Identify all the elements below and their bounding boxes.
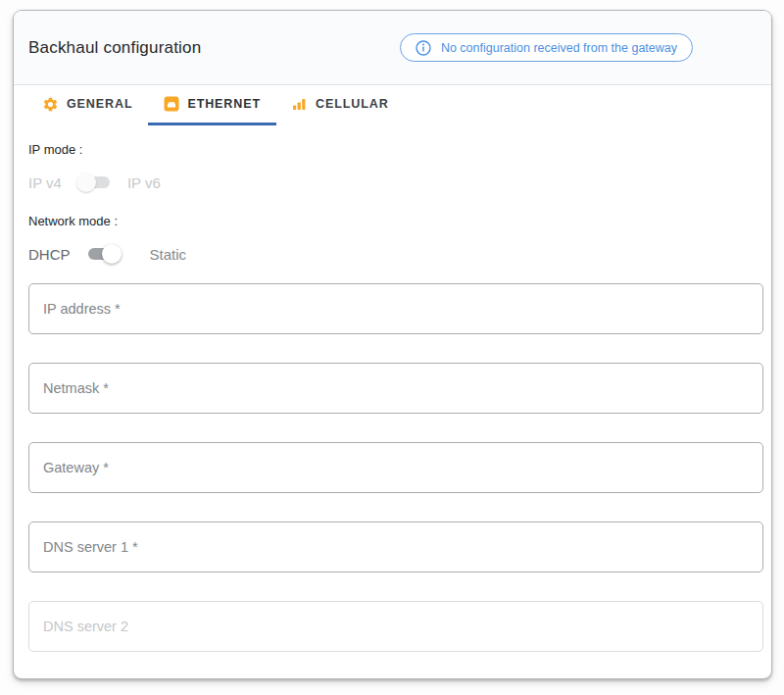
tab-cellular[interactable]: CELLULAR bbox=[276, 85, 405, 125]
tab-cellular-label: CELLULAR bbox=[316, 97, 389, 111]
tab-ethernet-label: ETHERNET bbox=[187, 97, 261, 111]
gear-icon bbox=[42, 96, 59, 113]
tab-general-label: GENERAL bbox=[67, 97, 132, 111]
network-mode-toggle-row: DHCP Static bbox=[28, 239, 757, 269]
info-icon bbox=[416, 40, 431, 56]
ip-mode-label: IP mode : bbox=[28, 142, 757, 157]
status-badge: No configuration received from the gatew… bbox=[400, 33, 693, 62]
dns-server-1-input[interactable] bbox=[28, 521, 763, 572]
status-badge-text: No configuration received from the gatew… bbox=[441, 41, 677, 55]
switch-thumb bbox=[76, 173, 96, 192]
ip-address-field-wrap bbox=[28, 283, 757, 334]
netmask-field-wrap bbox=[28, 363, 757, 414]
static-option-label: Static bbox=[150, 246, 187, 263]
dns-server-2-field-wrap bbox=[28, 601, 757, 652]
tab-bar: GENERAL ETHERNET CELLULAR bbox=[14, 85, 771, 125]
ip-mode-toggle-row: IP v4 IP v6 bbox=[28, 168, 757, 197]
cellular-icon bbox=[292, 96, 308, 112]
ip-mode-switch[interactable] bbox=[76, 173, 113, 192]
netmask-input[interactable] bbox=[28, 363, 763, 414]
backhaul-configuration-card: Backhaul configuration No configuration … bbox=[13, 10, 772, 679]
ip-v4-option-label: IP v4 bbox=[28, 174, 62, 191]
network-mode-switch[interactable] bbox=[85, 244, 122, 264]
dns-server-2-input[interactable] bbox=[28, 601, 763, 652]
tab-ethernet[interactable]: ETHERNET bbox=[148, 85, 276, 125]
dhcp-option-label: DHCP bbox=[28, 246, 71, 263]
ethernet-form: IP mode : IP v4 IP v6 Network mode : DHC… bbox=[14, 142, 771, 652]
ethernet-icon bbox=[164, 96, 179, 112]
network-mode-label: Network mode : bbox=[28, 214, 757, 228]
card-header: Backhaul configuration No configuration … bbox=[14, 11, 771, 85]
ip-address-input[interactable] bbox=[28, 283, 763, 334]
page-title: Backhaul configuration bbox=[28, 38, 201, 58]
ip-v6-option-label: IP v6 bbox=[127, 174, 161, 191]
gateway-field-wrap bbox=[28, 442, 757, 493]
tab-general[interactable]: GENERAL bbox=[26, 85, 148, 125]
switch-thumb bbox=[102, 244, 122, 264]
dns-server-1-field-wrap bbox=[28, 521, 757, 572]
gateway-input[interactable] bbox=[28, 442, 763, 493]
